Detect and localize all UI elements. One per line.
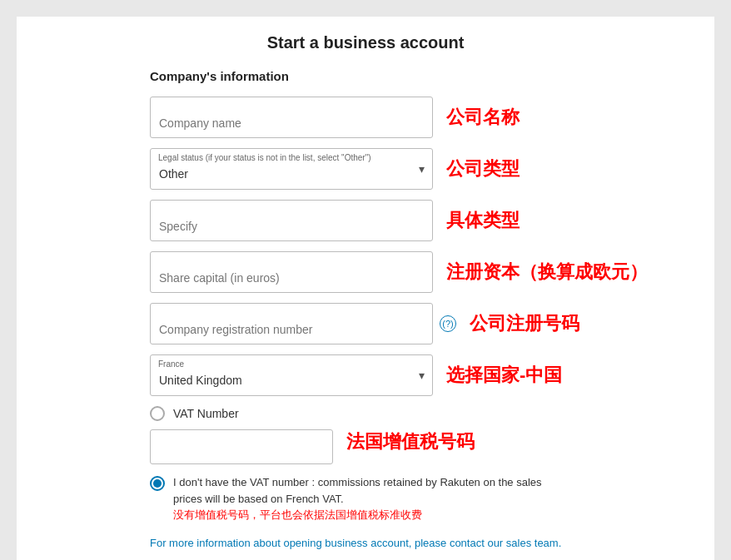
vat-annotation: 法国增值税号码: [346, 429, 475, 454]
vat-checkbox-row: VAT Number: [150, 406, 583, 421]
share-capital-row: 注册资本（换算成欧元）: [150, 251, 583, 293]
company-reg-annotation: 公司注册号码: [470, 311, 579, 336]
company-name-row: 公司名称: [150, 97, 583, 138]
specify-wrapper: [150, 200, 433, 241]
company-name-input[interactable]: [150, 97, 433, 138]
vat-input[interactable]: [150, 429, 333, 464]
share-capital-input[interactable]: [150, 251, 433, 293]
form-container: 公司名称 Legal status (if your status is not…: [150, 97, 583, 551]
legal-status-row: Legal status (if your status is not in t…: [150, 148, 583, 190]
company-reg-input[interactable]: [150, 303, 433, 344]
vat-checkbox[interactable]: [150, 406, 165, 421]
country-wrapper: France France United Kingdom Germany Chi…: [150, 354, 433, 396]
country-annotation: 选择国家-中国: [446, 363, 562, 388]
share-capital-annotation: 注册资本（换算成欧元）: [446, 260, 648, 285]
no-vat-radio[interactable]: [150, 476, 165, 491]
specify-row: 具体类型: [150, 200, 583, 241]
country-select[interactable]: France United Kingdom Germany China Spai…: [150, 354, 433, 396]
vat-number-label: VAT Number: [173, 407, 239, 420]
legal-status-wrapper: Legal status (if your status is not in t…: [150, 148, 433, 190]
info-suffix: .: [559, 537, 562, 549]
legal-status-select[interactable]: Other LLC Corporation Partnership Sole T…: [150, 148, 433, 190]
company-name-wrapper: [150, 97, 433, 138]
legal-status-annotation: 公司类型: [446, 156, 520, 181]
company-name-annotation: 公司名称: [446, 105, 520, 130]
help-icon[interactable]: (?): [440, 315, 456, 332]
info-prefix: For more information about opening busin…: [150, 537, 506, 549]
country-row: France France United Kingdom Germany Chi…: [150, 354, 583, 396]
no-vat-text: I don't have the VAT number : commission…: [173, 474, 549, 523]
specify-annotation: 具体类型: [446, 208, 520, 233]
vat-input-row: 法国增值税号码: [150, 429, 583, 464]
specify-input[interactable]: [150, 200, 433, 241]
no-vat-annotation: 没有增值税号码，平台也会依据法国增值税标准收费: [173, 507, 549, 523]
share-capital-wrapper: [150, 251, 433, 293]
company-reg-wrapper: [150, 303, 433, 344]
company-reg-row: (?) 公司注册号码: [150, 303, 583, 344]
sales-team-link[interactable]: sales team: [506, 537, 559, 549]
page-title: Start a business account: [42, 33, 689, 52]
info-link: For more information about opening busin…: [150, 535, 583, 552]
no-vat-row: I don't have the VAT number : commission…: [150, 474, 549, 523]
section-title: Company's information: [150, 69, 689, 83]
